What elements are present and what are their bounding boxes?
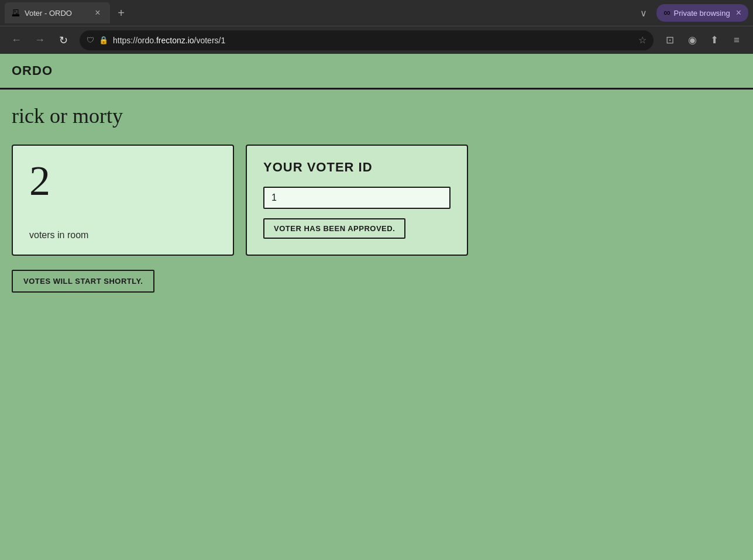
cards-row: 2 voters in room YOUR VOTER ID VOTER HAS… [12, 145, 741, 256]
tab-bar: 🗳 Voter - ORDO × + ∨ ∞ Private browsing … [0, 0, 753, 26]
tab-title: Voter - ORDO [25, 9, 88, 18]
profile-button[interactable]: ◉ [683, 31, 702, 50]
page-title: rick or morty [12, 104, 741, 128]
voters-count-card: 2 voters in room [12, 145, 234, 256]
bookmark-icon[interactable]: ☆ [638, 35, 647, 46]
page-wrapper: ORDO rick or morty 2 voters in room YOUR… [0, 54, 753, 560]
share-button[interactable]: ⬆ [705, 31, 724, 50]
voter-id-card: YOUR VOTER ID VOTER HAS BEEN APPROVED. [246, 145, 468, 256]
shield-icon: 🛡 [87, 36, 94, 44]
app-logo: ORDO [12, 63, 741, 78]
address-text: https://ordo.frectonz.io/voters/1 [113, 36, 631, 45]
voter-approved-label: VOTER HAS BEEN APPROVED. [263, 218, 405, 239]
tab-close-button[interactable]: × [92, 8, 103, 18]
browser-chrome: 🗳 Voter - ORDO × + ∨ ∞ Private browsing … [0, 0, 753, 54]
address-path: /voters/1 [194, 36, 226, 45]
voter-id-input[interactable] [263, 187, 451, 209]
tab-bar-right: ∨ ∞ Private browsing × [635, 4, 748, 22]
nav-bar: ← → ↻ 🛡 🔒 https://ordo.frectonz.io/voter… [0, 26, 753, 54]
main-content: rick or morty 2 voters in room YOUR VOTE… [0, 90, 753, 307]
active-tab[interactable]: 🗳 Voter - ORDO × [5, 2, 110, 23]
address-prefix: https://ordo. [113, 36, 156, 45]
voters-count: 2 [29, 160, 216, 202]
tab-dropdown-button[interactable]: ∨ [635, 5, 652, 21]
forward-button[interactable]: → [30, 31, 49, 50]
tab-favicon: 🗳 [12, 8, 20, 18]
app-header: ORDO [0, 54, 753, 90]
menu-button[interactable]: ≡ [727, 31, 746, 50]
private-browsing-badge: ∞ Private browsing × [656, 4, 748, 22]
nav-bar-right: ⊡ ◉ ⬆ ≡ [661, 31, 746, 50]
new-tab-button[interactable]: + [112, 4, 130, 22]
private-browsing-close-button[interactable]: × [736, 8, 741, 18]
address-domain: frectonz.io [156, 36, 194, 45]
voters-label: voters in room [29, 230, 216, 241]
pocket-button[interactable]: ⊡ [661, 31, 679, 50]
private-browsing-label: Private browsing [674, 9, 730, 18]
lock-icon: 🔒 [99, 36, 108, 44]
reload-button[interactable]: ↻ [54, 31, 73, 50]
address-bar[interactable]: 🛡 🔒 https://ordo.frectonz.io/voters/1 ☆ [80, 30, 654, 50]
status-message: VOTES WILL START SHORTLY. [12, 270, 154, 293]
back-button[interactable]: ← [7, 31, 26, 50]
voter-id-title: YOUR VOTER ID [263, 160, 451, 175]
private-browsing-icon: ∞ [663, 8, 670, 18]
